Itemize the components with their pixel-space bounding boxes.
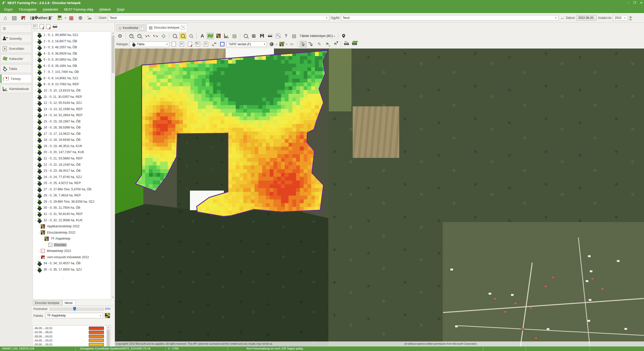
application-grid-icon[interactable]	[215, 33, 222, 39]
zoom-extent-icon[interactable]: ↖↘	[152, 33, 159, 39]
map-viewport[interactable]: Copyright© 2023 Microsoft and its suppli…	[115, 49, 644, 346]
expand-icon[interactable]: ›	[34, 206, 37, 209]
delete-all-icon[interactable]: ✗	[46, 24, 50, 30]
expand-icon[interactable]: ›	[34, 40, 37, 42]
tree-row[interactable]: ›19 - 0, 19, 46,3511 ha, KUK	[34, 143, 83, 149]
tree-row[interactable]: ›28 - 0, 28, 7,4618 ha, REP	[34, 192, 82, 198]
tree-row[interactable]: ›2 - 0, 2, 18,6877 ha, ŐB	[34, 38, 78, 44]
tab-nezet[interactable]: Nézet	[62, 300, 75, 306]
expand-icon[interactable]: ›	[34, 194, 37, 197]
expand-icon[interactable]: ›	[34, 176, 37, 178]
expand-icon[interactable]: ›	[34, 58, 37, 61]
tree-row[interactable]: ›13 - 0, 13, 32,1598 ha, REP	[34, 106, 83, 112]
jd-dropdown-arrow[interactable]: ▾	[65, 17, 66, 19]
grid-icon[interactable]	[250, 33, 257, 39]
expand-icon[interactable]: ›	[34, 157, 37, 160]
expand-icon[interactable]: ›	[34, 95, 37, 98]
tree-row[interactable]: ›21 - 0, 21, 53,5680 ha, REP	[34, 155, 83, 161]
sidebar-item-tábla[interactable]: Tábla	[1, 64, 32, 73]
expand-icon[interactable]: ›	[34, 83, 37, 86]
more-button[interactable]: ...	[560, 16, 565, 20]
zoom-out-icon[interactable]: −	[136, 33, 143, 39]
tree-row[interactable]: ›20 - 0, 20, 147,7267 ha, KUK	[34, 149, 85, 155]
expand-icon[interactable]: ›	[34, 46, 37, 49]
select-cursor-icon[interactable]	[300, 41, 307, 48]
world-layer-icon[interactable]	[268, 41, 275, 48]
new-document-icon[interactable]	[33, 24, 37, 30]
slider-thumb[interactable]	[73, 307, 76, 311]
silo-icon[interactable]: ▮�ather;▮	[38, 14, 45, 21]
tree-row[interactable]: ›30 - 0, 30, 11,7934 ha, ŐB	[34, 205, 81, 211]
expand-icon[interactable]: ›	[38, 250, 41, 252]
add-select-cursor-icon[interactable]: +	[308, 41, 315, 48]
collapse-icon[interactable]: ⌄	[38, 231, 41, 234]
globe-icon[interactable]: ⊕	[77, 14, 84, 21]
route-points-icon[interactable]	[211, 41, 218, 48]
collapse-icon[interactable]: ⌄	[34, 219, 37, 222]
legend-row[interactable]: -32,00...-28,01	[33, 330, 110, 334]
legend-row[interactable]: -20,00...-16,01	[33, 342, 110, 346]
legend-row[interactable]: -28,00...-24,01	[33, 334, 110, 338]
zoom-window-icon[interactable]	[171, 33, 178, 39]
menu-item-5[interactable]: Súgó	[114, 7, 127, 12]
measure-line-icon[interactable]	[343, 41, 350, 48]
close-button[interactable]: ✕	[640, 1, 642, 5]
close-icon[interactable]: ✕	[140, 26, 144, 30]
selection-rectangle-icon[interactable]	[219, 41, 226, 48]
tree-row[interactable]: ›18 - 0, 18, 19,6436 ha, ŐB	[34, 137, 81, 143]
legend-row[interactable]: -24,00...-20,01	[33, 338, 110, 342]
scroll-down-icon[interactable]: ▼	[111, 295, 115, 299]
label-font-icon[interactable]: A	[199, 33, 206, 39]
expand-icon[interactable]: ›	[34, 200, 37, 203]
background-map-dropdown[interactable]: Táblák háttérképei (BC) ▾	[299, 34, 336, 38]
tree-row[interactable]: ›1 - 0, 1, 49,4850 ha, SZJ	[34, 32, 79, 38]
tree-row[interactable]: Eloszlás	[45, 242, 67, 248]
tree-row[interactable]: ›8 - 0, 8, 14,8081 ha, SZJ	[34, 75, 79, 81]
gps-area-combo[interactable]: "GPS"-terület (F)▾	[227, 41, 267, 47]
tree-row[interactable]: ⌄32 - 0, 32, 22,9086 ha, KUK	[34, 217, 83, 223]
background-layers-icon[interactable]: ▤	[291, 33, 298, 39]
delete-document-icon[interactable]: ✗	[40, 24, 44, 30]
zoom-last-icon[interactable]	[188, 33, 194, 38]
tab-eloszlasi-terkepek[interactable]: Eloszlási térképek	[33, 300, 62, 306]
transparency-icon[interactable]	[288, 41, 295, 48]
expand-icon[interactable]: ›	[38, 256, 41, 258]
expand-icon[interactable]: ›	[34, 120, 37, 123]
tree-row[interactable]: ›17 - 0, 17, 13,0622 ha, ŐB	[34, 131, 81, 137]
expand-icon[interactable]: ›	[34, 89, 37, 92]
tree-row[interactable]: ›Mintatérkép 2022	[38, 248, 72, 254]
expand-icon[interactable]: ›	[34, 212, 37, 215]
expand-icon[interactable]: ›	[34, 163, 37, 166]
tractor-icon[interactable]	[20, 14, 27, 21]
map-symbol-icon[interactable]	[278, 41, 285, 48]
sidebar-menu-button[interactable]: ≡	[1, 25, 32, 33]
menu-item-0[interactable]: Üzem	[2, 7, 15, 12]
home-icon[interactable]: ⌂	[2, 14, 9, 21]
expand-icon[interactable]: ›	[34, 188, 37, 191]
palette-grid-icon[interactable]	[105, 313, 110, 318]
legend-row[interactable]: -36,00...-32,01	[33, 326, 110, 330]
expand-icon[interactable]: ›	[34, 52, 37, 55]
sidebar-item-szerződés[interactable]: §Szerződés	[1, 44, 32, 53]
chart-icon[interactable]	[223, 33, 230, 39]
layer-combo[interactable]: Tábla▾	[130, 41, 169, 47]
panel-splitter[interactable]: ⋯	[62, 277, 65, 279]
menu-item-2[interactable]: Adatátvitel	[40, 7, 61, 12]
tree-row[interactable]: ›10 - 0, 10, 13,6319 ha, ŐB	[34, 87, 81, 94]
save-icon[interactable]	[258, 33, 265, 39]
print-icon[interactable]	[266, 33, 273, 39]
tree-row[interactable]: ›12 - 0, 12, 50,5184 ha, SZJ	[34, 100, 83, 106]
map-view-icon[interactable]	[207, 33, 214, 39]
tree-row[interactable]: ›29 - 0, 29-BM-Timi, 38,9258 ha, SZJ	[34, 199, 95, 205]
close-icon[interactable]: ✕	[181, 26, 185, 30]
tab-eloszlasi-terkepek[interactable]: ▤ Eloszlási térképek ✕	[147, 24, 187, 31]
tree-row[interactable]: ›6 - 0, 6, 35,1691 ha, ŐB	[34, 63, 78, 69]
tree-row[interactable]: ›Applikációstérkép 2022	[38, 223, 80, 229]
sidebar-item-kataszter[interactable]: Kataszter	[1, 54, 32, 63]
import-layer-icon[interactable]: ⇄	[194, 41, 202, 48]
expand-icon[interactable]: ›	[34, 126, 37, 129]
edit-report-icon[interactable]: ✎	[274, 33, 281, 39]
search-icon[interactable]	[242, 33, 249, 39]
maximize-button[interactable]: ❐	[633, 1, 636, 5]
weather-icon[interactable]: ☀☁	[86, 14, 93, 21]
